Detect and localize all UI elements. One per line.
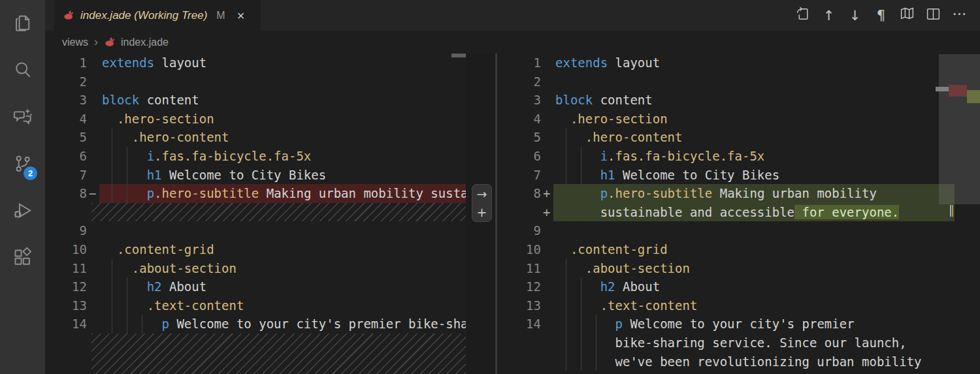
viewport-marker [936,87,949,91]
code-line[interactable]: 2 [45,72,466,91]
code-line[interactable]: we've been revolutionizing urban mobilit… [498,352,980,371]
minimap-slider[interactable] [939,54,980,204]
code-line[interactable]: 5 .hero-content [45,128,466,147]
revert-arrow-button[interactable]: → [472,185,491,203]
code-line-content [553,72,980,91]
code-line[interactable]: 6 i.fas.fa-bicycle.fa-5x [498,147,980,166]
tab-title: index.jade (Working Tree) [80,9,207,22]
line-number-gutter: 6 [498,147,553,166]
code-line[interactable]: 12 h2 About [498,277,980,296]
minimap-text-fragment [950,205,951,217]
code-line[interactable]: 13 .text-content [498,296,980,315]
code-line[interactable]: 8− p.hero-subtitle Making urban mobility… [45,184,466,203]
code-line-content: h1 Welcome to City Bikes [553,166,980,185]
code-line[interactable]: 4 .hero-section [45,110,466,129]
chevron-right-icon: › [93,35,99,49]
code-line[interactable]: 14 p Welcome to your city's premier [498,315,980,334]
code-line[interactable]: 7 h1 Welcome to City Bikes [45,166,466,185]
breadcrumb: views › index.jade [45,31,980,54]
code-line-content: extends layout [553,54,980,72]
split-editor-button[interactable] [924,7,942,24]
original-editor[interactable]: 1extends layout23block content4 .hero-se… [45,54,466,374]
code-line[interactable]: 14 p Welcome to your city's premier bike… [45,315,466,334]
removed-change-marker [949,85,967,97]
run-debug-icon [12,200,33,223]
activity-bar-item-source-control[interactable]: 2 [0,141,45,188]
sash[interactable] [495,54,497,374]
code-line-content: we've been revolutionizing urban mobilit… [553,352,980,371]
open-file-button[interactable] [794,7,811,24]
map-button[interactable] [898,7,916,24]
code-line[interactable]: 2 [498,72,980,91]
code-line[interactable]: 9 [498,221,980,240]
line-number-gutter: 12 [498,277,553,296]
vscode-window: 2 index.jade (Working Tree) M × ↑↓¶ view… [0,0,980,374]
code-line[interactable]: 5 .hero-content [498,128,980,147]
code-line-content: extends layout [99,54,466,72]
code-line-content: .hero-section [99,110,466,129]
code-line-content: .hero-section [553,110,980,129]
breadcrumb-folder[interactable]: views [62,37,88,48]
line-number-gutter: 7 [45,166,99,185]
open-file-icon [794,6,811,25]
chat-icon [12,106,33,129]
code-line[interactable]: 1extends layout [45,54,466,72]
split-editor-icon [925,6,941,25]
more-actions-button[interactable] [951,7,968,24]
code-line[interactable]: 6 i.fas.fa-bicycle.fa-5x [45,147,466,166]
code-line[interactable]: 11 .about-section [498,259,980,278]
code-line[interactable]: 3block content [498,91,980,110]
code-line[interactable]: 8+ p.hero-subtitle Making urban mobility [498,184,980,203]
code-line[interactable]: 12 h2 About [45,277,466,296]
code-line-content: bike-sharing service. Since our launch, [553,334,980,352]
stage-plus-button[interactable]: + [472,203,491,221]
previous-change-button[interactable]: ↑ [820,7,838,24]
line-number-gutter [498,334,553,352]
line-number-gutter: 5 [498,128,553,147]
added-change-marker [967,90,980,103]
close-icon[interactable]: × [237,9,245,22]
activity-bar-item-explorer[interactable] [0,0,45,47]
code-line[interactable]: 3block content [45,91,466,110]
whitespace-pilcrow-button[interactable]: ¶ [872,7,890,24]
tab-bar: index.jade (Working Tree) M × ↑↓¶ [45,0,980,31]
code-line[interactable]: + sustainable and accessible for everyon… [498,203,980,222]
activity-bar-item-chat[interactable] [0,94,45,141]
modified-editor[interactable]: 1extends layout23block content4 .hero-se… [498,54,980,374]
tab-index-jade-working-tree[interactable]: index.jade (Working Tree) M × [54,0,261,31]
pug-icon [104,36,116,48]
pug-icon [63,9,75,22]
code-line[interactable]: 4 .hero-section [498,110,980,129]
diff-action-buttons: →+ [472,184,492,222]
breadcrumb-file[interactable]: index.jade [121,37,169,48]
search-icon [12,59,33,82]
line-number-gutter: 2 [498,72,553,91]
next-change-icon: ↓ [849,8,861,23]
line-number-gutter: 7 [498,166,553,185]
code-line[interactable]: 11 .about-section [45,259,466,278]
activity-bar-item-search[interactable] [0,47,45,94]
line-number-gutter: 10 [45,240,99,259]
code-line[interactable]: 10 .content-grid [45,240,466,259]
code-line-content: .about-section [553,259,980,278]
code-line-content: .hero-content [99,128,466,147]
code-line[interactable]: bike-sharing service. Since our launch, [498,334,980,352]
minimap[interactable] [939,54,980,374]
line-number-gutter: 1 [498,54,553,72]
code-line-content: p.hero-subtitle Making urban mobility [553,184,980,203]
code-line[interactable]: 10 .content-grid [498,240,980,259]
editor-group: index.jade (Working Tree) M × ↑↓¶ views … [45,0,980,374]
scrollbar-thumb[interactable] [451,54,466,57]
next-change-button[interactable]: ↓ [846,7,864,24]
code-line[interactable]: 9 [45,221,466,240]
scm-changes-badge: 2 [24,166,37,180]
activity-bar: 2 [0,0,45,374]
code-line-content [553,221,980,240]
activity-bar-item-run-debug[interactable] [0,188,45,235]
code-line[interactable]: 1extends layout [498,54,980,72]
line-number-gutter: 1 [45,54,99,72]
code-line[interactable]: 13 .text-content [45,296,466,315]
code-line[interactable]: 7 h1 Welcome to City Bikes [498,166,980,185]
line-number-gutter: 13 [498,296,553,315]
activity-bar-item-extensions[interactable] [0,235,45,282]
